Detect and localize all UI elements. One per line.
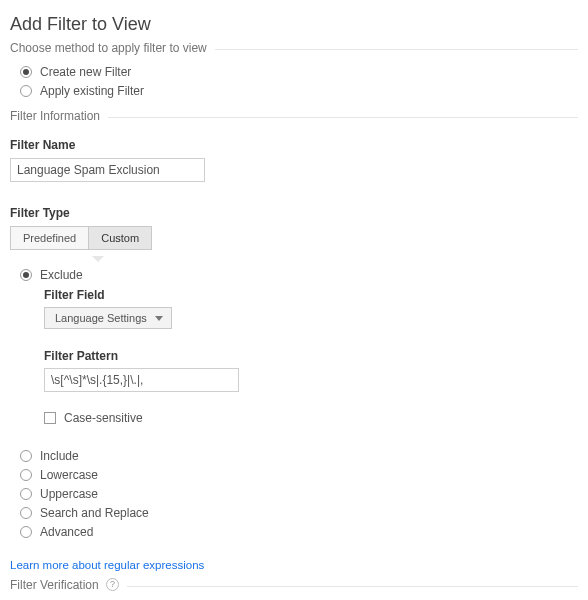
filter-info-section-label: Filter Information	[10, 109, 108, 123]
filter-pattern-input[interactable]	[44, 368, 239, 392]
filter-name-label: Filter Name	[10, 138, 578, 152]
search-replace-label: Search and Replace	[40, 506, 149, 520]
filter-type-label: Filter Type	[10, 206, 578, 220]
radio-icon	[20, 85, 32, 97]
method-section-label: Choose method to apply filter to view	[10, 41, 215, 55]
chevron-down-icon	[155, 316, 163, 321]
radio-icon	[20, 526, 32, 538]
radio-icon	[20, 469, 32, 481]
advanced-option[interactable]: Advanced	[20, 525, 578, 539]
apply-existing-filter-label: Apply existing Filter	[40, 84, 144, 98]
filter-field-label: Filter Field	[44, 288, 578, 302]
include-label: Include	[40, 449, 79, 463]
tab-predefined[interactable]: Predefined	[10, 226, 89, 250]
radio-icon	[20, 450, 32, 462]
tab-pointer-icon	[92, 256, 104, 262]
verification-section-text: Filter Verification	[10, 578, 99, 592]
regex-help-link[interactable]: Learn more about regular expressions	[10, 559, 204, 571]
filter-pattern-label: Filter Pattern	[44, 349, 578, 363]
uppercase-option[interactable]: Uppercase	[20, 487, 578, 501]
filter-type-tabbar: Predefined Custom	[10, 226, 578, 250]
exclude-option[interactable]: Exclude	[20, 268, 578, 282]
filter-field-dropdown[interactable]: Language Settings	[44, 307, 172, 329]
exclude-label: Exclude	[40, 268, 83, 282]
lowercase-label: Lowercase	[40, 468, 98, 482]
include-option[interactable]: Include	[20, 449, 578, 463]
filter-name-input[interactable]	[10, 158, 205, 182]
lowercase-option[interactable]: Lowercase	[20, 468, 578, 482]
apply-existing-filter-option[interactable]: Apply existing Filter	[20, 84, 578, 98]
advanced-label: Advanced	[40, 525, 93, 539]
info-icon[interactable]: ?	[106, 578, 119, 591]
page-title: Add Filter to View	[10, 14, 578, 35]
verification-section-label: Filter Verification ?	[10, 578, 127, 593]
create-new-filter-option[interactable]: Create new Filter	[20, 65, 578, 79]
create-new-filter-label: Create new Filter	[40, 65, 131, 79]
checkbox-icon	[44, 412, 56, 424]
search-replace-option[interactable]: Search and Replace	[20, 506, 578, 520]
radio-icon	[20, 269, 32, 281]
filter-field-value: Language Settings	[55, 312, 147, 324]
tab-custom[interactable]: Custom	[89, 226, 152, 250]
case-sensitive-label: Case-sensitive	[64, 411, 143, 425]
case-sensitive-option[interactable]: Case-sensitive	[44, 411, 578, 425]
radio-icon	[20, 66, 32, 78]
uppercase-label: Uppercase	[40, 487, 98, 501]
radio-icon	[20, 507, 32, 519]
radio-icon	[20, 488, 32, 500]
